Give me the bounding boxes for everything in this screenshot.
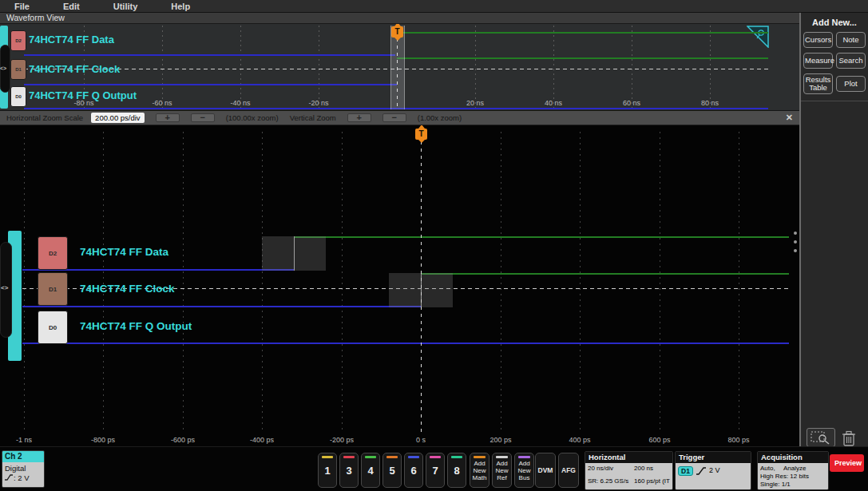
channel-3-button[interactable]: 3	[339, 453, 359, 488]
rising-edge-icon	[696, 467, 706, 475]
trigger-level: 2 V	[709, 466, 720, 474]
add-new-math-button[interactable]: Add New Math	[470, 453, 489, 488]
channel-1-button[interactable]: 1	[318, 453, 337, 488]
add-color-stripe	[474, 456, 486, 458]
trigger-position-line	[397, 38, 398, 109]
add-new-plot-button[interactable]: Plot	[836, 76, 866, 92]
signal-label-d1[interactable]: 74HCT74 FF Clock	[29, 63, 120, 75]
channel-2-badge[interactable]: Ch 2 Digital : 2 V	[2, 450, 45, 488]
gridline	[660, 132, 660, 434]
dvm-button[interactable]: DVM	[535, 453, 556, 488]
axis-tick-label: -600 ps	[164, 436, 202, 444]
preview-button[interactable]: Preview	[830, 454, 864, 472]
channel-number: 7	[432, 465, 438, 477]
trigger-marker[interactable]: T	[391, 26, 403, 38]
threshold-icon	[5, 474, 13, 481]
vertical-zoom-readout: (1.00x zoom)	[418, 113, 462, 122]
axis-tick-label: -60 ns	[143, 99, 181, 107]
add-new-bus-button[interactable]: Add New Bus	[514, 453, 534, 488]
axis-tick-label: 600 ps	[640, 436, 679, 444]
horizontal-panel-title: Horizontal	[585, 452, 672, 463]
waveform-low-segment	[24, 54, 395, 56]
channel-badge-d0[interactable]: D0	[10, 86, 26, 107]
axis-tick-label: 60 ns	[612, 99, 651, 107]
add-button-label: Add New Ref	[496, 460, 509, 481]
signal-label-d2[interactable]: 74HCT74 FF Data	[29, 34, 114, 46]
vertical-zoom-out-button[interactable]: −	[382, 113, 406, 122]
signal-label-d2[interactable]: 74HCT74 FF Data	[80, 246, 168, 258]
menu-item-utility[interactable]: Utility	[113, 2, 138, 11]
channel-badge-d1[interactable]: D1	[10, 59, 26, 80]
vertical-zoom-in-button[interactable]: +	[347, 113, 371, 122]
add-new-results-table-button[interactable]: Results Table	[803, 73, 833, 94]
trigger-settings-panel[interactable]: Trigger D1 2 V	[675, 451, 751, 490]
channel-number: 4	[367, 465, 373, 477]
trigger-source-marker: <>	[0, 65, 6, 71]
horizontal-0: 20 ns/div	[588, 465, 632, 477]
add-color-stripe	[496, 456, 508, 458]
add-new-panel: Add New... CursorsNoteMeasureSearchResul…	[801, 13, 868, 101]
horizontal-4: RL: 1.25 kpts	[588, 489, 632, 490]
axis-tick-label: -1 ns	[5, 436, 43, 444]
waveform-zoom-panel[interactable]: -1 ns-800 ps-600 ps-400 ps-200 ps0 s200 …	[0, 125, 799, 449]
trigger-marker[interactable]: T	[415, 129, 427, 140]
horizontal-zoom-in-button[interactable]: +	[156, 113, 180, 122]
channel-color-stripe	[451, 456, 462, 458]
acquisition-settings-panel[interactable]: Acquisition Auto, Analyze High Res: 12 b…	[757, 451, 829, 490]
add-new-ref-button[interactable]: Add New Ref	[492, 453, 512, 488]
menu-item-help[interactable]: Help	[171, 2, 190, 11]
waveform-view-tab[interactable]: Waveform View	[0, 13, 799, 24]
channel-6-button[interactable]: 6	[404, 453, 423, 488]
waveform-overview-panel[interactable]: -80 ns-60 ns-40 ns-20 ns20 ns40 ns60 ns8…	[0, 24, 799, 111]
menu-item-edit[interactable]: Edit	[63, 2, 80, 11]
zoom-close-icon[interactable]: ✕	[786, 113, 793, 123]
horizontal-zoom-out-button[interactable]: −	[191, 113, 215, 122]
channel-5-button[interactable]: 5	[382, 453, 402, 488]
channel-number: 5	[389, 465, 394, 477]
channel-color-stripe	[343, 456, 355, 458]
trigger-position-line	[421, 141, 422, 434]
channel-badge-d2[interactable]: D2	[38, 236, 68, 270]
zoom-mode-button[interactable]	[807, 428, 835, 447]
channel-badge-d1[interactable]: D1	[38, 272, 68, 306]
channel-4-button[interactable]: 4	[361, 453, 380, 488]
transition-edge	[294, 236, 295, 271]
add-new-cursors-button[interactable]: Cursors	[803, 32, 833, 48]
horizontal-zoom-scale-label: Horizontal Zoom Scale	[6, 113, 83, 122]
channel-badge-d2[interactable]: D2	[10, 30, 26, 51]
add-new-search-button[interactable]: Search	[836, 53, 866, 69]
channel-8-button[interactable]: 8	[447, 453, 466, 488]
acquisition-resolution: High Res: 12 bits	[760, 473, 826, 481]
channel-7-button[interactable]: 7	[426, 453, 445, 488]
add-button-label: Add New Bus	[518, 460, 531, 481]
panel-resize-handle[interactable]	[791, 230, 799, 254]
axis-tick-label: -200 ps	[323, 436, 361, 444]
gridline	[162, 26, 163, 109]
horizontal-settings-panel[interactable]: Horizontal 20 ns/div200 nsSR: 6.25 GS/s1…	[585, 451, 673, 490]
gridline	[501, 132, 501, 434]
gridline	[24, 132, 25, 434]
afg-button[interactable]: AFG	[558, 453, 579, 488]
signal-label-d0[interactable]: 74HCT74 FF Q Output	[29, 89, 137, 101]
sidebar: Add New... CursorsNoteMeasureSearchResul…	[799, 13, 868, 446]
trash-icon[interactable]	[840, 430, 858, 447]
add-new-note-button[interactable]: Note	[836, 32, 866, 48]
trigger-source-marker: <>	[1, 284, 8, 291]
horizontal-2: SR: 6.25 GS/s	[588, 477, 632, 490]
channel-2-name: Ch 2	[2, 451, 44, 462]
acquisition-analyze: Analyze	[783, 465, 806, 472]
add-new-measure-button[interactable]: Measure	[803, 53, 833, 69]
axis-tick-label: -400 ps	[243, 436, 281, 444]
waveform-low-segment	[22, 343, 789, 344]
horizontal-5: ▼50%	[634, 489, 670, 490]
zoom-overview-icon[interactable]	[747, 26, 769, 48]
menu-item-file[interactable]: File	[14, 2, 30, 11]
channel-badge-d0[interactable]: D0	[38, 311, 68, 344]
channel-color-stripe	[430, 456, 441, 458]
channel-number: 6	[410, 465, 416, 477]
horizontal-zoom-scale-value[interactable]: 200.00 ps/div	[91, 113, 145, 123]
acquisition-panel-title: Acquisition	[758, 452, 828, 463]
signal-label-d0[interactable]: 74HCT74 FF Q Output	[80, 320, 192, 332]
signal-label-d1[interactable]: 74HCT74 FF Clock	[80, 283, 175, 295]
workspace: Waveform View -80 ns-60 ns-40 ns-20 ns20…	[0, 13, 868, 446]
